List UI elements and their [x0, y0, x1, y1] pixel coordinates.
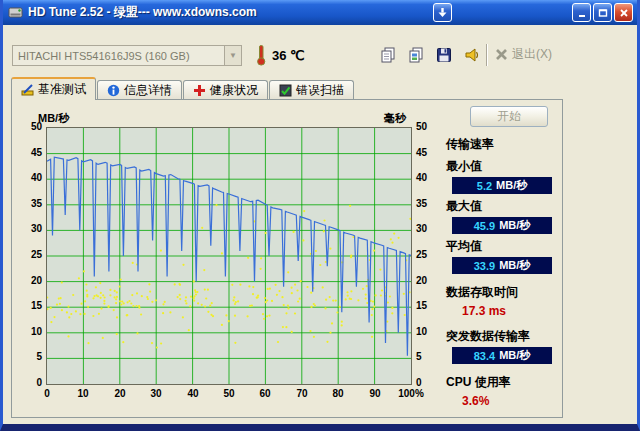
- access-time-value: 17.3 ms: [462, 304, 562, 318]
- left-axis-title: MB/秒: [38, 111, 69, 126]
- benchmark-page: MB/秒 毫秒 开始 50454035302520151050 50454035…: [11, 99, 563, 418]
- axis-tick: 20: [416, 275, 442, 286]
- axis-tick: 25: [16, 249, 42, 260]
- axis-tick: 5: [16, 351, 42, 362]
- axis-tick: 40: [416, 172, 442, 183]
- tab-error-scan-label: 错误扫描: [296, 82, 344, 99]
- axis-tick: 20: [16, 275, 42, 286]
- download-arrow-icon: [437, 7, 448, 18]
- avg-label: 平均值: [446, 238, 562, 255]
- tab-benchmark-label: 基准测试: [38, 81, 86, 98]
- drive-select[interactable]: HITACHI HTS541616J9S (160 GB) ▼: [12, 45, 242, 66]
- health-cross-icon: [193, 84, 206, 97]
- axis-tick: 30: [150, 388, 161, 399]
- axis-tick: 45: [416, 147, 442, 158]
- tab-error-scan[interactable]: 错误扫描: [269, 80, 354, 100]
- axis-tick: 30: [16, 223, 42, 234]
- axis-tick: 5: [416, 351, 442, 362]
- copy-icon: [379, 46, 397, 64]
- hdtune-window: HD Tune 2.52 - 绿盟--- www.xdowns.com: [0, 0, 640, 431]
- benchmark-chart: [46, 127, 412, 385]
- save-button[interactable]: [431, 42, 456, 67]
- app-icon: [8, 5, 23, 20]
- axis-tick: 10: [16, 326, 42, 337]
- axis-tick: 0: [16, 377, 42, 388]
- axis-tick: 10: [416, 326, 442, 337]
- exit-button[interactable]: 退出(X): [495, 46, 552, 63]
- axis-tick: 10: [77, 388, 88, 399]
- maximize-button[interactable]: [593, 3, 612, 22]
- tab-info-label: 信息详情: [124, 82, 172, 99]
- titlebar: HD Tune 2.52 - 绿盟--- www.xdowns.com: [3, 0, 637, 25]
- copy-image-icon: [407, 46, 425, 64]
- axis-tick: 100%: [398, 388, 424, 399]
- copy-button[interactable]: [375, 42, 400, 67]
- save-icon: [435, 46, 453, 64]
- axis-tick: 90: [369, 388, 380, 399]
- results-panel: 传输速率 最小值 5.2 MB/秒 最大值 45.9 MB/秒 平均值 33.9…: [446, 136, 562, 414]
- axis-tick: 40: [16, 172, 42, 183]
- access-time-label: 数据存取时间: [446, 284, 562, 301]
- thermometer-icon: [255, 44, 267, 66]
- download-button[interactable]: [433, 3, 452, 22]
- tab-info[interactable]: 信息详情: [97, 80, 182, 100]
- maximize-icon: [598, 8, 608, 18]
- avg-value: 33.9: [474, 260, 495, 272]
- toolbar-buttons: [375, 42, 484, 67]
- axis-tick: 80: [332, 388, 343, 399]
- right-axis-title: 毫秒: [384, 111, 406, 126]
- axis-tick: 0: [44, 388, 50, 399]
- avg-unit: MB/秒: [499, 258, 530, 273]
- start-button[interactable]: 开始: [470, 106, 548, 127]
- copy-image-button[interactable]: [403, 42, 428, 67]
- max-value-badge: 45.9 MB/秒: [452, 217, 552, 234]
- drive-select-value: HITACHI HTS541616J9S (160 GB): [13, 50, 224, 62]
- tab-strip: 基准测试 信息详情 健康状况 错误扫描: [11, 77, 355, 100]
- tab-health-label: 健康状况: [210, 82, 258, 99]
- tab-health[interactable]: 健康状况: [183, 80, 268, 100]
- chevron-down-icon: ▼: [224, 46, 241, 65]
- temperature-indicator: 36 ℃: [255, 44, 305, 66]
- exit-x-icon: [495, 48, 508, 61]
- window-controls: [572, 3, 633, 22]
- temperature-value: 36 ℃: [272, 48, 305, 63]
- axis-tick: 40: [187, 388, 198, 399]
- axis-tick: 20: [114, 388, 125, 399]
- close-icon: [619, 8, 629, 18]
- transfer-rate-title: 传输速率: [446, 136, 562, 153]
- close-button[interactable]: [614, 3, 633, 22]
- burst-unit: MB/秒: [499, 348, 530, 363]
- burst-rate-label: 突发数据传输率: [446, 328, 562, 345]
- axis-tick: 15: [16, 300, 42, 311]
- axis-tick: 15: [416, 300, 442, 311]
- min-unit: MB/秒: [496, 178, 527, 193]
- window-title: HD Tune 2.52 - 绿盟--- www.xdowns.com: [28, 4, 257, 21]
- minimize-button[interactable]: [572, 3, 591, 22]
- start-button-label: 开始: [497, 108, 521, 125]
- burst-value: 83.4: [474, 350, 495, 362]
- exit-label: 退出(X): [512, 46, 552, 63]
- sound-button[interactable]: [459, 42, 484, 67]
- axis-tick: 50: [223, 388, 234, 399]
- cpu-usage-value: 3.6%: [462, 394, 562, 408]
- info-icon: [107, 84, 120, 97]
- benchmark-chart-canvas: [47, 128, 411, 384]
- minimize-icon: [577, 8, 587, 18]
- benchmark-icon: [21, 83, 34, 96]
- axis-tick: 45: [16, 147, 42, 158]
- max-value: 45.9: [474, 220, 495, 232]
- cpu-usage-label: CPU 使用率: [446, 374, 562, 391]
- axis-tick: 60: [259, 388, 270, 399]
- avg-value-badge: 33.9 MB/秒: [452, 257, 552, 274]
- max-unit: MB/秒: [499, 218, 530, 233]
- axis-tick: 50: [416, 121, 442, 132]
- axis-tick: 50: [16, 121, 42, 132]
- min-label: 最小值: [446, 158, 562, 175]
- axis-tick: 30: [416, 223, 442, 234]
- max-label: 最大值: [446, 198, 562, 215]
- axis-tick: 25: [416, 249, 442, 260]
- axis-tick: 35: [416, 198, 442, 209]
- tab-benchmark[interactable]: 基准测试: [11, 77, 96, 100]
- burst-value-badge: 83.4 MB/秒: [452, 347, 552, 364]
- min-value: 5.2: [477, 180, 492, 192]
